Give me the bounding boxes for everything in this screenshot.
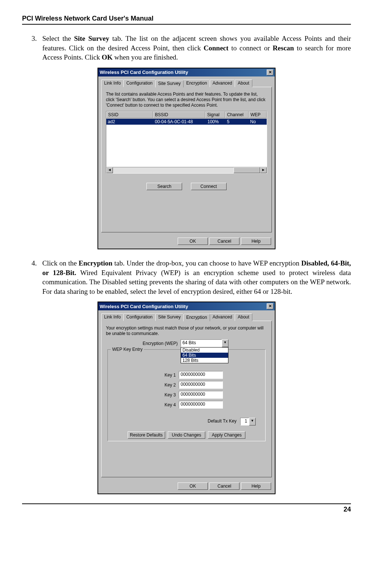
tab-about[interactable]: About: [235, 313, 252, 321]
restore-defaults-button[interactable]: Restore Defaults: [128, 431, 165, 439]
dropdown-icon[interactable]: ▼: [222, 339, 228, 347]
dialog-buttons: OK Cancel Help: [98, 480, 275, 493]
tab-encryption[interactable]: Encryption: [183, 314, 210, 321]
config-dialog-encryption: Wireless PCI Card Configuration Utility …: [97, 302, 276, 494]
text: to connect or: [228, 44, 273, 52]
group-legend: WEP Key Entry: [111, 347, 144, 352]
tab-link-info[interactable]: Link Info: [101, 313, 124, 321]
scroll-left-icon[interactable]: ◄: [106, 167, 113, 173]
scroll-track[interactable]: [113, 167, 234, 173]
wep-value: 64 Bits: [181, 339, 222, 347]
scroll-thumb[interactable]: [234, 167, 260, 173]
enc-buttons: Restore Defaults Undo Changes Apply Chan…: [110, 431, 263, 439]
list-item[interactable]: ad2 00-04-5A-0C-01-48 100% 5 No: [106, 119, 267, 125]
wep-label: Encryption (WEP): [137, 341, 181, 346]
ok-button[interactable]: OK: [178, 238, 208, 245]
tab-site-survey[interactable]: Site Survey: [155, 313, 184, 321]
undo-changes-button[interactable]: Undo Changes: [168, 431, 205, 439]
description-text: The list contains available Access Point…: [106, 92, 267, 108]
tab-panel: The list contains available Access Point…: [101, 87, 272, 232]
step-body: Click on the Encryption tab. Under the d…: [42, 259, 351, 296]
dialog-buttons: OK Cancel Help: [98, 235, 275, 249]
text: Wired Equivalent Privacy (WEP) is an enc…: [42, 269, 351, 295]
config-dialog-site-survey: Wireless PCI Card Configuration Utility …: [97, 68, 276, 249]
bold: Connect: [204, 44, 229, 52]
key2-input[interactable]: 0000000000: [179, 381, 223, 389]
key4-label: Key 4: [150, 402, 179, 407]
cell-channel: 5: [225, 119, 249, 125]
search-button[interactable]: Search: [146, 183, 182, 190]
h-scrollbar[interactable]: ◄ ►: [106, 167, 267, 174]
option-128bits[interactable]: 128 Bits: [181, 358, 228, 363]
help-button[interactable]: Help: [241, 238, 271, 245]
key3-row: Key 3 0000000000: [110, 391, 263, 399]
close-icon[interactable]: ✕: [267, 303, 273, 309]
key2-label: Key 2: [150, 382, 179, 388]
bold: Rescan: [273, 44, 294, 52]
key2-row: Key 2 0000000000: [110, 381, 263, 389]
tab-panel: Your encryption settings must match thos…: [101, 321, 272, 477]
step-number: 4.: [22, 259, 42, 296]
tx-key-value: 1: [240, 418, 249, 425]
step-3: 3. Select the Site Survey tab. The list …: [22, 34, 351, 62]
tab-advanced[interactable]: Advanced: [210, 313, 235, 321]
titlebar: Wireless PCI Card Configuration Utility …: [98, 68, 275, 76]
step-body: Select the Site Survey tab. The list on …: [42, 34, 351, 62]
tx-key-combobox[interactable]: 1 ▼: [240, 418, 256, 425]
tab-configuration[interactable]: Configuration: [123, 79, 155, 87]
key1-input[interactable]: 0000000000: [179, 371, 223, 379]
key1-row: Key 1 0000000000: [110, 371, 263, 379]
tx-key-row: Default Tx Key 1 ▼: [110, 418, 256, 425]
bold: Encryption: [79, 259, 113, 267]
key3-label: Key 3: [150, 392, 179, 398]
apply-changes-button[interactable]: Apply Changes: [208, 431, 245, 439]
text: tab. Under the drop-box, you can choose …: [113, 259, 301, 267]
window-title: Wireless PCI Card Configuration Utility: [100, 70, 188, 75]
cell-wep: No: [249, 119, 266, 125]
dropdown-icon[interactable]: ▼: [249, 418, 256, 425]
col-ssid[interactable]: SSID: [106, 111, 153, 118]
text: when you are finished.: [113, 53, 178, 61]
button-row: Search Connect: [106, 183, 267, 190]
page-header: PCI Wireless Network Card User's Manual: [22, 15, 351, 25]
tab-about[interactable]: About: [235, 79, 252, 87]
tab-strip: Link Info Configuration Site Survey Encr…: [101, 313, 272, 321]
bold: Site Survey: [74, 35, 109, 42]
connect-button[interactable]: Connect: [191, 183, 227, 190]
tab-link-info[interactable]: Link Info: [101, 79, 124, 87]
titlebar: Wireless PCI Card Configuration Utility …: [98, 302, 275, 310]
list-header: SSID BSSID Signal Channel WEP: [106, 111, 267, 118]
ap-list[interactable]: ad2 00-04-5A-0C-01-48 100% 5 No: [106, 118, 267, 167]
key1-label: Key 1: [150, 373, 179, 378]
close-icon[interactable]: ✕: [267, 70, 273, 75]
option-disabled[interactable]: Disabled: [181, 348, 228, 353]
tab-encryption[interactable]: Encryption: [183, 79, 210, 87]
tab-site-survey[interactable]: Site Survey: [155, 80, 184, 88]
wep-combobox[interactable]: 64 Bits ▼: [181, 339, 228, 347]
tab-strip: Link Info Configuration Site Survey Encr…: [101, 79, 272, 87]
key4-input[interactable]: 0000000000: [179, 401, 223, 409]
col-signal[interactable]: Signal: [205, 111, 225, 118]
col-channel[interactable]: Channel: [225, 111, 249, 118]
tab-advanced[interactable]: Advanced: [210, 79, 235, 87]
cell-signal: 100%: [206, 119, 225, 125]
page-footer: 24: [22, 503, 351, 513]
cancel-button[interactable]: Cancel: [209, 238, 239, 245]
ok-button[interactable]: OK: [178, 482, 208, 490]
wep-select-row: Encryption (WEP) 64 Bits ▼ Disabled 64 B…: [106, 339, 267, 347]
tab-configuration[interactable]: Configuration: [123, 313, 155, 321]
col-bssid[interactable]: BSSID: [153, 111, 205, 118]
cell-ssid: ad2: [106, 119, 153, 125]
text: Click on the: [42, 259, 79, 267]
option-64bits[interactable]: 64 Bits: [181, 353, 228, 358]
help-button[interactable]: Help: [241, 482, 271, 490]
cancel-button[interactable]: Cancel: [209, 482, 239, 490]
scroll-right-icon[interactable]: ►: [260, 167, 267, 173]
key3-input[interactable]: 0000000000: [179, 391, 223, 399]
tx-key-label: Default Tx Key: [208, 418, 237, 424]
description-text: Your encryption settings must match thos…: [106, 325, 267, 336]
text: Select the: [42, 35, 74, 42]
key4-row: Key 4 0000000000: [110, 401, 263, 409]
wep-dropdown-list[interactable]: Disabled 64 Bits 128 Bits: [181, 347, 228, 363]
col-wep[interactable]: WEP: [249, 111, 267, 118]
